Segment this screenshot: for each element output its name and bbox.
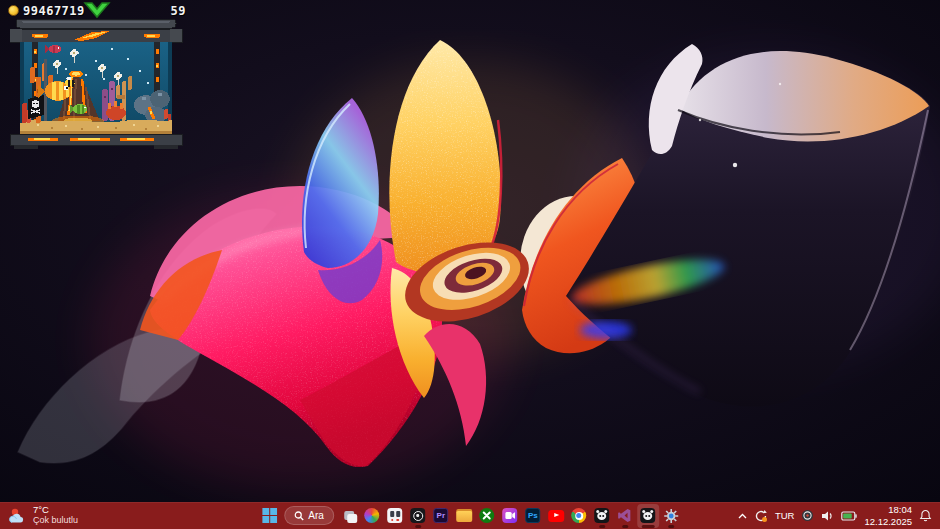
taskbar-icon-xbox[interactable] <box>476 504 498 528</box>
bell-icon <box>919 509 932 522</box>
taskbar-icon-youtube[interactable] <box>545 504 567 528</box>
chrome-icon <box>571 508 586 523</box>
taskbar-icon-panda-game-active[interactable] <box>637 504 659 528</box>
taskbar-icon-obs[interactable] <box>407 504 429 528</box>
running-indicator <box>668 525 674 528</box>
tray-app-icon <box>801 509 814 522</box>
game-score-bar: 99467719 59 <box>8 2 186 19</box>
taskbar-icon-panda-game[interactable] <box>591 504 613 528</box>
panda-game-icon <box>640 508 655 523</box>
coin-icon <box>8 5 19 16</box>
coin-count: 99467719 <box>23 4 85 18</box>
hidden-icons-button[interactable] <box>738 513 747 519</box>
running-indicator <box>622 525 628 528</box>
volume-icon <box>821 510 834 522</box>
taskbar-icon-white-window-app[interactable] <box>384 504 406 528</box>
windows-logo-icon <box>262 508 277 523</box>
update-tray-button[interactable] <box>754 509 768 523</box>
aquarium-game-widget[interactable]: 99467719 59 <box>8 2 186 150</box>
battery-button[interactable] <box>841 511 857 521</box>
system-tray: TUR 18:04 12.12.2025 <box>738 502 940 529</box>
taskbar-icon-visual-studio[interactable] <box>614 504 636 528</box>
tray-app-button[interactable] <box>801 509 814 522</box>
premiere-pro-icon: Pr <box>433 508 448 523</box>
notification-button[interactable] <box>919 509 932 522</box>
gear-app-icon <box>663 508 679 524</box>
obs-studio-icon <box>410 508 425 523</box>
clock[interactable]: 18:04 12.12.2025 <box>864 504 912 527</box>
task-view-icon <box>341 508 357 524</box>
taskbar-icon-premiere[interactable]: Pr <box>430 504 452 528</box>
start-button[interactable] <box>258 504 280 528</box>
taskbar: 7°C Çok bulutlu Ara <box>0 502 940 529</box>
language-indicator[interactable]: TUR <box>775 510 795 521</box>
clipchamp-icon <box>502 508 517 523</box>
taskbar-icon-copilot[interactable] <box>361 504 383 528</box>
desktop: 99467719 59 <box>0 0 940 502</box>
task-view-button[interactable] <box>338 504 360 528</box>
clock-time: 18:04 <box>888 504 912 515</box>
taskbar-center: Ara Pr <box>258 502 682 529</box>
aquarium-tank <box>8 19 186 150</box>
search-icon <box>294 511 304 521</box>
weather-widget[interactable]: 7°C Çok bulutlu <box>0 502 86 529</box>
taskbar-icon-gear-app[interactable] <box>660 504 682 528</box>
active-running-indicator <box>641 525 654 528</box>
copilot-icon <box>364 508 379 523</box>
taskbar-icon-photoshop[interactable]: Ps <box>522 504 544 528</box>
battery-icon <box>841 511 857 521</box>
file-explorer-icon <box>456 509 472 522</box>
sync-update-icon <box>754 509 768 523</box>
cloud-with-alert-icon <box>8 507 28 525</box>
search-label: Ara <box>308 510 324 521</box>
xbox-icon <box>479 508 494 523</box>
running-indicator <box>599 525 605 528</box>
youtube-icon <box>548 510 564 522</box>
panda-game-icon <box>594 508 609 523</box>
visual-studio-icon <box>617 508 632 523</box>
chevron-up-icon <box>738 513 747 519</box>
photoshop-icon: Ps <box>525 508 540 523</box>
running-indicator <box>415 525 421 528</box>
taskbar-icon-clipchamp[interactable] <box>499 504 521 528</box>
search-box[interactable]: Ara <box>284 506 334 525</box>
counter-value: 59 <box>171 4 186 18</box>
clock-date: 12.12.2025 <box>864 516 912 527</box>
chevron-down-icon[interactable] <box>83 2 111 23</box>
taskbar-icon-chrome[interactable] <box>568 504 590 528</box>
volume-button[interactable] <box>821 510 834 522</box>
taskbar-icon-explorer[interactable] <box>453 504 475 528</box>
white-window-app-icon <box>387 508 402 523</box>
weather-condition: Çok bulutlu <box>33 516 78 526</box>
